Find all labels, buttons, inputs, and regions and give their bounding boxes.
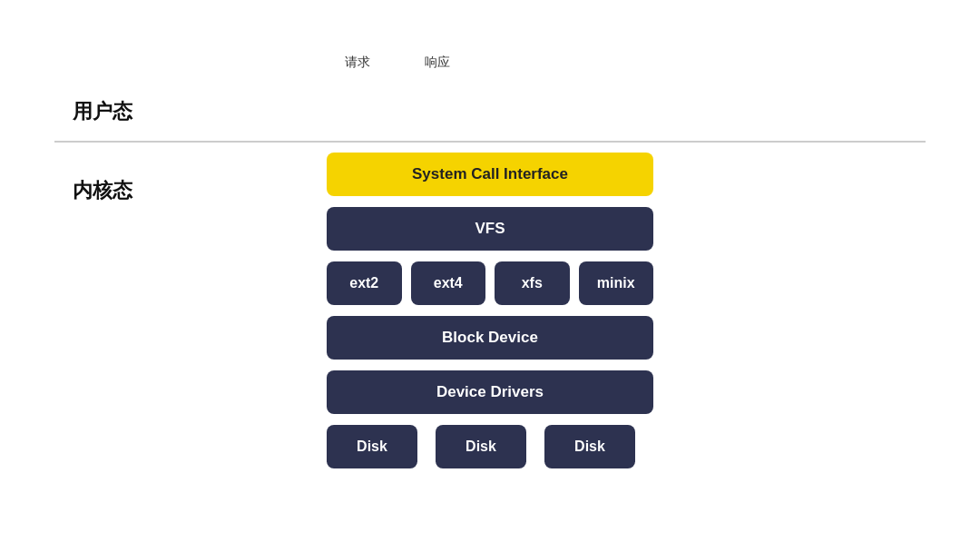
kernel-state-label: 内核态: [73, 177, 132, 204]
vfs-block: VFS: [327, 207, 653, 251]
disk-2-label: Disk: [466, 439, 496, 455]
disk-1-label: Disk: [357, 439, 387, 455]
minix-block: minix: [579, 261, 654, 305]
request-response-row: 请求 响应: [345, 54, 980, 71]
divider: [54, 141, 926, 143]
response-label: 响应: [425, 54, 450, 71]
diagram-container: System Call Interface VFS ext2 ext4 xfs …: [327, 153, 653, 468]
xfs-block: xfs: [495, 261, 570, 305]
system-call-interface-block: System Call Interface: [327, 153, 653, 196]
ext4-label: ext4: [434, 275, 463, 291]
disk-3-label: Disk: [574, 439, 605, 455]
system-call-interface-label: System Call Interface: [412, 165, 568, 183]
block-device-block: Block Device: [327, 316, 653, 360]
device-drivers-block: Device Drivers: [327, 370, 653, 414]
minix-label: minix: [597, 275, 635, 291]
device-drivers-label: Device Drivers: [436, 383, 544, 401]
vfs-label: VFS: [475, 220, 505, 238]
ext2-label: ext2: [349, 275, 378, 291]
ext2-block: ext2: [327, 261, 402, 305]
disk-2-block: Disk: [436, 425, 526, 468]
xfs-label: xfs: [522, 275, 543, 291]
filesystem-row: ext2 ext4 xfs minix: [327, 261, 653, 305]
block-device-label: Block Device: [442, 329, 538, 347]
user-state-label: 用户态: [73, 98, 132, 125]
disk-3-block: Disk: [544, 425, 635, 468]
user-state-section: 请求 响应: [0, 54, 980, 85]
ext4-block: ext4: [411, 261, 486, 305]
disk-1-block: Disk: [327, 425, 417, 468]
disk-row: Disk Disk Disk: [327, 425, 653, 468]
request-label: 请求: [345, 54, 370, 71]
